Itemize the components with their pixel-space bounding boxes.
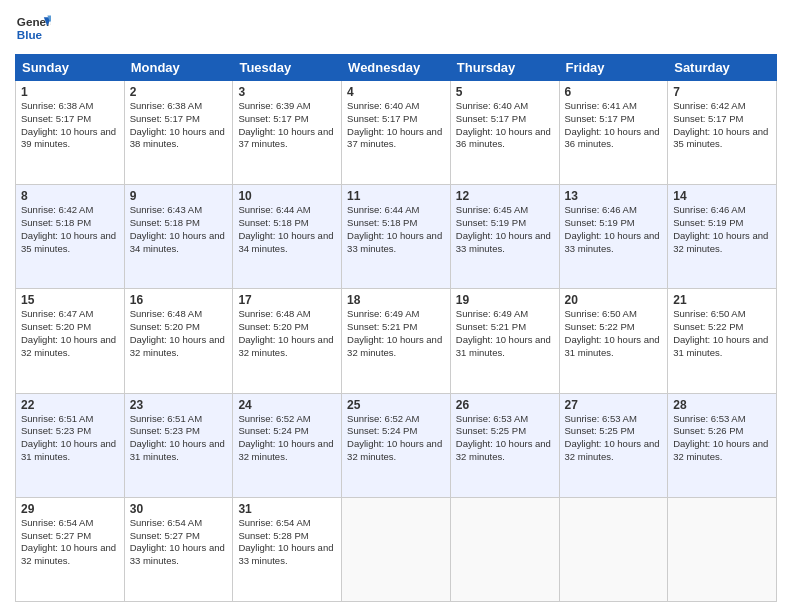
day-number: 21 <box>673 293 771 307</box>
day-number: 27 <box>565 398 663 412</box>
calendar-day-12: 12 Sunrise: 6:45 AMSunset: 5:19 PMDaylig… <box>450 185 559 289</box>
calendar-day-25: 25 Sunrise: 6:52 AMSunset: 5:24 PMDaylig… <box>342 393 451 497</box>
calendar-day-27: 27 Sunrise: 6:53 AMSunset: 5:25 PMDaylig… <box>559 393 668 497</box>
logo-icon: General Blue <box>15 10 51 46</box>
day-info: Sunrise: 6:54 AMSunset: 5:27 PMDaylight:… <box>21 517 116 566</box>
page: General Blue SundayMondayTuesdayWednesda… <box>0 0 792 612</box>
day-number: 30 <box>130 502 228 516</box>
calendar-day-empty <box>559 497 668 601</box>
calendar-day-4: 4 Sunrise: 6:40 AMSunset: 5:17 PMDayligh… <box>342 81 451 185</box>
calendar-day-11: 11 Sunrise: 6:44 AMSunset: 5:18 PMDaylig… <box>342 185 451 289</box>
calendar-day-24: 24 Sunrise: 6:52 AMSunset: 5:24 PMDaylig… <box>233 393 342 497</box>
calendar-week-row: 1 Sunrise: 6:38 AMSunset: 5:17 PMDayligh… <box>16 81 777 185</box>
day-number: 1 <box>21 85 119 99</box>
calendar-week-row: 8 Sunrise: 6:42 AMSunset: 5:18 PMDayligh… <box>16 185 777 289</box>
calendar-day-3: 3 Sunrise: 6:39 AMSunset: 5:17 PMDayligh… <box>233 81 342 185</box>
day-number: 31 <box>238 502 336 516</box>
calendar-day-2: 2 Sunrise: 6:38 AMSunset: 5:17 PMDayligh… <box>124 81 233 185</box>
calendar-week-row: 29 Sunrise: 6:54 AMSunset: 5:27 PMDaylig… <box>16 497 777 601</box>
day-number: 12 <box>456 189 554 203</box>
col-header-friday: Friday <box>559 55 668 81</box>
day-info: Sunrise: 6:46 AMSunset: 5:19 PMDaylight:… <box>565 204 660 253</box>
calendar-day-6: 6 Sunrise: 6:41 AMSunset: 5:17 PMDayligh… <box>559 81 668 185</box>
day-info: Sunrise: 6:47 AMSunset: 5:20 PMDaylight:… <box>21 308 116 357</box>
day-info: Sunrise: 6:51 AMSunset: 5:23 PMDaylight:… <box>130 413 225 462</box>
day-info: Sunrise: 6:42 AMSunset: 5:18 PMDaylight:… <box>21 204 116 253</box>
day-number: 13 <box>565 189 663 203</box>
day-number: 20 <box>565 293 663 307</box>
day-number: 26 <box>456 398 554 412</box>
day-info: Sunrise: 6:40 AMSunset: 5:17 PMDaylight:… <box>347 100 442 149</box>
calendar-day-5: 5 Sunrise: 6:40 AMSunset: 5:17 PMDayligh… <box>450 81 559 185</box>
logo: General Blue <box>15 10 57 46</box>
calendar-day-15: 15 Sunrise: 6:47 AMSunset: 5:20 PMDaylig… <box>16 289 125 393</box>
calendar-week-row: 22 Sunrise: 6:51 AMSunset: 5:23 PMDaylig… <box>16 393 777 497</box>
calendar-day-14: 14 Sunrise: 6:46 AMSunset: 5:19 PMDaylig… <box>668 185 777 289</box>
calendar-day-23: 23 Sunrise: 6:51 AMSunset: 5:23 PMDaylig… <box>124 393 233 497</box>
day-number: 24 <box>238 398 336 412</box>
day-info: Sunrise: 6:41 AMSunset: 5:17 PMDaylight:… <box>565 100 660 149</box>
day-number: 16 <box>130 293 228 307</box>
day-number: 19 <box>456 293 554 307</box>
day-info: Sunrise: 6:49 AMSunset: 5:21 PMDaylight:… <box>347 308 442 357</box>
day-number: 29 <box>21 502 119 516</box>
col-header-saturday: Saturday <box>668 55 777 81</box>
day-number: 28 <box>673 398 771 412</box>
calendar-day-18: 18 Sunrise: 6:49 AMSunset: 5:21 PMDaylig… <box>342 289 451 393</box>
day-info: Sunrise: 6:38 AMSunset: 5:17 PMDaylight:… <box>21 100 116 149</box>
day-info: Sunrise: 6:54 AMSunset: 5:28 PMDaylight:… <box>238 517 333 566</box>
day-info: Sunrise: 6:40 AMSunset: 5:17 PMDaylight:… <box>456 100 551 149</box>
day-info: Sunrise: 6:52 AMSunset: 5:24 PMDaylight:… <box>347 413 442 462</box>
calendar-header-row: SundayMondayTuesdayWednesdayThursdayFrid… <box>16 55 777 81</box>
day-info: Sunrise: 6:54 AMSunset: 5:27 PMDaylight:… <box>130 517 225 566</box>
day-info: Sunrise: 6:43 AMSunset: 5:18 PMDaylight:… <box>130 204 225 253</box>
calendar-day-9: 9 Sunrise: 6:43 AMSunset: 5:18 PMDayligh… <box>124 185 233 289</box>
calendar-day-17: 17 Sunrise: 6:48 AMSunset: 5:20 PMDaylig… <box>233 289 342 393</box>
day-info: Sunrise: 6:48 AMSunset: 5:20 PMDaylight:… <box>238 308 333 357</box>
day-number: 8 <box>21 189 119 203</box>
day-info: Sunrise: 6:38 AMSunset: 5:17 PMDaylight:… <box>130 100 225 149</box>
calendar-table: SundayMondayTuesdayWednesdayThursdayFrid… <box>15 54 777 602</box>
day-number: 22 <box>21 398 119 412</box>
calendar-week-row: 15 Sunrise: 6:47 AMSunset: 5:20 PMDaylig… <box>16 289 777 393</box>
col-header-sunday: Sunday <box>16 55 125 81</box>
col-header-thursday: Thursday <box>450 55 559 81</box>
calendar-day-30: 30 Sunrise: 6:54 AMSunset: 5:27 PMDaylig… <box>124 497 233 601</box>
col-header-wednesday: Wednesday <box>342 55 451 81</box>
day-number: 2 <box>130 85 228 99</box>
calendar-day-empty <box>342 497 451 601</box>
day-number: 5 <box>456 85 554 99</box>
day-info: Sunrise: 6:45 AMSunset: 5:19 PMDaylight:… <box>456 204 551 253</box>
day-number: 6 <box>565 85 663 99</box>
calendar-day-16: 16 Sunrise: 6:48 AMSunset: 5:20 PMDaylig… <box>124 289 233 393</box>
day-number: 4 <box>347 85 445 99</box>
calendar-day-10: 10 Sunrise: 6:44 AMSunset: 5:18 PMDaylig… <box>233 185 342 289</box>
day-info: Sunrise: 6:50 AMSunset: 5:22 PMDaylight:… <box>565 308 660 357</box>
day-number: 10 <box>238 189 336 203</box>
calendar-day-31: 31 Sunrise: 6:54 AMSunset: 5:28 PMDaylig… <box>233 497 342 601</box>
svg-text:Blue: Blue <box>17 28 43 41</box>
day-number: 9 <box>130 189 228 203</box>
day-number: 25 <box>347 398 445 412</box>
calendar-day-7: 7 Sunrise: 6:42 AMSunset: 5:17 PMDayligh… <box>668 81 777 185</box>
calendar-day-28: 28 Sunrise: 6:53 AMSunset: 5:26 PMDaylig… <box>668 393 777 497</box>
day-number: 11 <box>347 189 445 203</box>
col-header-monday: Monday <box>124 55 233 81</box>
calendar-day-26: 26 Sunrise: 6:53 AMSunset: 5:25 PMDaylig… <box>450 393 559 497</box>
calendar-day-1: 1 Sunrise: 6:38 AMSunset: 5:17 PMDayligh… <box>16 81 125 185</box>
col-header-tuesday: Tuesday <box>233 55 342 81</box>
calendar-day-22: 22 Sunrise: 6:51 AMSunset: 5:23 PMDaylig… <box>16 393 125 497</box>
calendar-day-empty <box>668 497 777 601</box>
calendar-day-8: 8 Sunrise: 6:42 AMSunset: 5:18 PMDayligh… <box>16 185 125 289</box>
day-number: 14 <box>673 189 771 203</box>
day-info: Sunrise: 6:52 AMSunset: 5:24 PMDaylight:… <box>238 413 333 462</box>
day-number: 17 <box>238 293 336 307</box>
day-info: Sunrise: 6:49 AMSunset: 5:21 PMDaylight:… <box>456 308 551 357</box>
day-info: Sunrise: 6:39 AMSunset: 5:17 PMDaylight:… <box>238 100 333 149</box>
calendar-day-empty <box>450 497 559 601</box>
day-number: 18 <box>347 293 445 307</box>
day-info: Sunrise: 6:44 AMSunset: 5:18 PMDaylight:… <box>347 204 442 253</box>
day-info: Sunrise: 6:44 AMSunset: 5:18 PMDaylight:… <box>238 204 333 253</box>
day-info: Sunrise: 6:53 AMSunset: 5:25 PMDaylight:… <box>565 413 660 462</box>
calendar-day-29: 29 Sunrise: 6:54 AMSunset: 5:27 PMDaylig… <box>16 497 125 601</box>
